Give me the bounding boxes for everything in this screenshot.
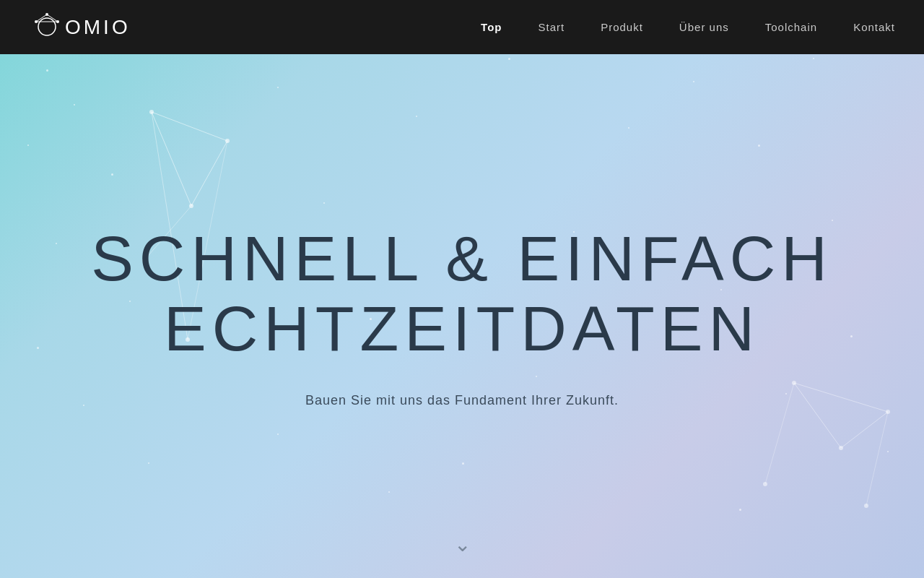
svg-point-21 bbox=[886, 410, 890, 414]
svg-point-12 bbox=[189, 204, 193, 208]
svg-point-13 bbox=[225, 139, 230, 143]
svg-point-20 bbox=[839, 446, 843, 450]
chevron-down-icon: ⌄ bbox=[454, 533, 471, 556]
nav-item-ueber-uns[interactable]: Über uns bbox=[679, 21, 729, 34]
hero-title-line2: ECHTZEITDATEN bbox=[164, 293, 760, 364]
nav-link-produkt[interactable]: Produkt bbox=[601, 21, 643, 33]
nav-item-start[interactable]: Start bbox=[538, 21, 565, 34]
svg-marker-7 bbox=[152, 112, 227, 206]
nav-link-toolchain[interactable]: Toolchain bbox=[765, 21, 817, 33]
hero-title: SCHNELL & EINFACH ECHTZEITDATEN bbox=[91, 224, 833, 364]
nav-item-kontakt[interactable]: Kontakt bbox=[853, 21, 895, 34]
svg-line-18 bbox=[866, 412, 888, 506]
nav-link-ueber-uns[interactable]: Über uns bbox=[679, 21, 729, 33]
logo[interactable]: OMIO bbox=[29, 9, 131, 46]
hero-content: SCHNELL & EINFACH ECHTZEITDATEN Bauen Si… bbox=[91, 224, 833, 408]
hero-title-line1: SCHNELL & EINFACH bbox=[91, 223, 833, 294]
hero-section: SCHNELL & EINFACH ECHTZEITDATEN Bauen Si… bbox=[0, 0, 924, 578]
svg-point-11 bbox=[149, 110, 154, 114]
hero-subtitle: Bauen Sie mit uns das Fundament Ihrer Zu… bbox=[91, 393, 833, 408]
nav-link-start[interactable]: Start bbox=[538, 21, 565, 33]
nav-item-produkt[interactable]: Produkt bbox=[601, 21, 643, 34]
svg-point-22 bbox=[763, 482, 767, 486]
nav-links: Top Start Produkt Über uns Toolchain Kon… bbox=[481, 21, 895, 34]
navbar: OMIO Top Start Produkt Über uns Toolchai… bbox=[0, 0, 924, 54]
logo-text: OMIO bbox=[65, 16, 131, 39]
nav-item-toolchain[interactable]: Toolchain bbox=[765, 21, 817, 34]
logo-icon bbox=[29, 9, 65, 45]
svg-point-23 bbox=[864, 504, 868, 508]
scroll-down-button[interactable]: ⌄ bbox=[454, 532, 471, 556]
nav-link-top[interactable]: Top bbox=[481, 21, 502, 33]
nav-item-top[interactable]: Top bbox=[481, 21, 502, 34]
svg-point-0 bbox=[38, 18, 56, 35]
nav-link-kontakt[interactable]: Kontakt bbox=[853, 21, 895, 33]
